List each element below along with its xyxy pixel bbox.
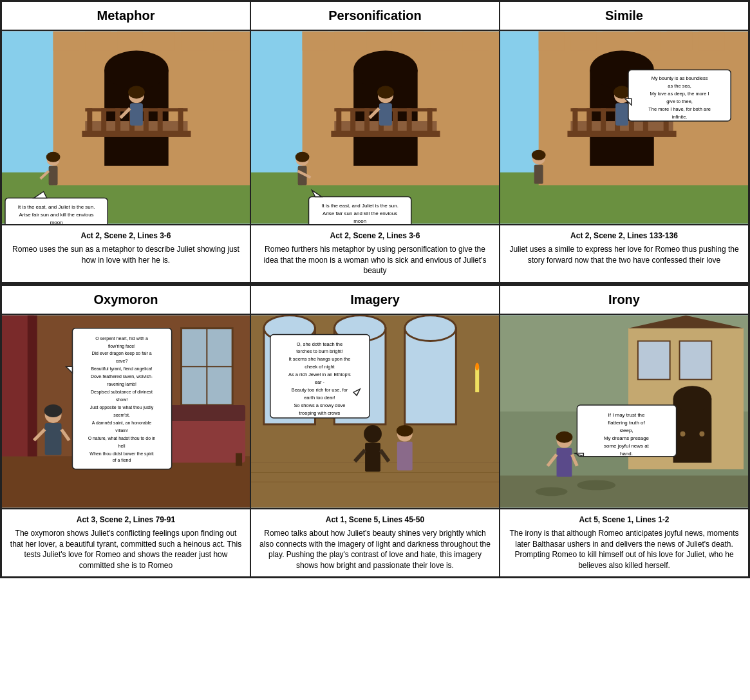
svg-text:sleep,: sleep, bbox=[619, 428, 633, 433]
svg-point-160 bbox=[364, 425, 382, 443]
svg-rect-52 bbox=[336, 108, 341, 131]
svg-rect-90 bbox=[572, 108, 577, 131]
svg-text:trooping with crows: trooping with crows bbox=[299, 410, 341, 416]
svg-point-26 bbox=[46, 152, 61, 162]
caption-metaphor: Act 2, Scene 2, Lines 3-6 Romeo uses the… bbox=[2, 224, 250, 282]
header-irony: Irony bbox=[500, 286, 748, 315]
svg-rect-122 bbox=[28, 316, 37, 457]
svg-rect-80 bbox=[570, 32, 596, 51]
caption-oxymoron: Act 3, Scene 2, Lines 79-91 The oxymoron… bbox=[2, 508, 250, 576]
svg-rect-14 bbox=[87, 108, 92, 131]
svg-text:As a rich Jewel in an Ethiop's: As a rich Jewel in an Ethiop's bbox=[288, 372, 351, 377]
svg-rect-45 bbox=[431, 32, 456, 51]
svg-text:seem'st.: seem'st. bbox=[113, 413, 130, 417]
svg-rect-44 bbox=[398, 32, 424, 51]
svg-rect-27 bbox=[49, 166, 58, 185]
svg-rect-15 bbox=[101, 108, 106, 131]
svg-rect-53 bbox=[350, 108, 355, 131]
svg-point-60 bbox=[377, 86, 394, 99]
image-imagery: O, she doth teach the torches to burn br… bbox=[251, 315, 499, 508]
svg-text:So shows a snowy dove: So shows a snowy dove bbox=[294, 402, 345, 408]
svg-text:It is the east, and Juliet is : It is the east, and Juliet is the sun. bbox=[18, 204, 95, 210]
svg-text:Just opposite to what thou jus: Just opposite to what thou justly bbox=[90, 405, 154, 410]
svg-rect-79 bbox=[539, 32, 565, 51]
svg-rect-16 bbox=[115, 108, 120, 131]
header-oxymoron: Oxymoron bbox=[2, 286, 250, 315]
cell-personification: Personification bbox=[250, 1, 500, 283]
svg-point-190 bbox=[577, 480, 615, 490]
svg-rect-12 bbox=[82, 131, 191, 137]
svg-point-186 bbox=[699, 431, 704, 437]
svg-text:It seems she hangs upon the: It seems she hangs upon the bbox=[289, 356, 351, 362]
svg-text:A damnèd saint, an honorable: A damnèd saint, an honorable bbox=[92, 421, 152, 425]
cell-metaphor: Metaphor bbox=[1, 1, 250, 283]
svg-text:O, she doth teach the: O, she doth teach the bbox=[297, 341, 342, 347]
svg-rect-5 bbox=[117, 32, 143, 51]
svg-point-193 bbox=[556, 431, 573, 443]
cell-oxymoron: Oxymoron bbox=[1, 285, 250, 577]
svg-point-191 bbox=[536, 487, 568, 496]
header-metaphor: Metaphor bbox=[2, 2, 250, 31]
svg-rect-4 bbox=[85, 32, 111, 51]
svg-point-22 bbox=[128, 86, 145, 99]
svg-rect-99 bbox=[615, 103, 628, 126]
svg-text:earth too dear!: earth too dear! bbox=[304, 395, 335, 401]
header-personification: Personification bbox=[251, 2, 499, 31]
svg-rect-8 bbox=[213, 32, 239, 51]
svg-rect-83 bbox=[667, 32, 693, 51]
svg-rect-58 bbox=[427, 108, 433, 131]
svg-rect-7 bbox=[182, 32, 207, 51]
svg-text:flattering truth of: flattering truth of bbox=[608, 420, 645, 426]
main-grid: Metaphor bbox=[0, 0, 750, 578]
svg-rect-194 bbox=[557, 448, 572, 477]
svg-rect-57 bbox=[407, 108, 412, 131]
svg-text:villain!: villain! bbox=[115, 428, 127, 433]
svg-text:hand.: hand. bbox=[620, 451, 633, 457]
svg-text:moon: moon bbox=[50, 220, 63, 224]
header-imagery: Imagery bbox=[251, 286, 499, 315]
svg-rect-125 bbox=[45, 423, 62, 455]
svg-text:O nature, what hadst thou to d: O nature, what hadst thou to do in bbox=[88, 436, 156, 440]
svg-text:Did ever dragon keep so fair a: Did ever dragon keep so fair a bbox=[91, 351, 151, 356]
svg-point-185 bbox=[680, 431, 686, 437]
cell-imagery: Imagery bbox=[250, 285, 500, 577]
svg-text:moon: moon bbox=[353, 218, 366, 224]
image-metaphor: It is the east, and Juliet is the sun. A… bbox=[2, 31, 250, 224]
svg-point-184 bbox=[673, 386, 712, 411]
image-irony: If I may trust the flattering truth of s… bbox=[500, 315, 748, 508]
svg-rect-6 bbox=[149, 32, 175, 51]
svg-rect-50 bbox=[331, 131, 440, 137]
caption-imagery: Act 1, Scene 5, Lines 45-50 Romeo talks … bbox=[251, 508, 499, 576]
caption-simile: Act 2, Scene 2, Lines 133-136 Juliet use… bbox=[500, 224, 748, 282]
svg-rect-3 bbox=[53, 32, 79, 51]
svg-text:as the sea,: as the sea, bbox=[668, 83, 691, 89]
svg-point-124 bbox=[44, 404, 62, 417]
svg-rect-46 bbox=[462, 32, 488, 51]
svg-text:Despised substance of divinest: Despised substance of divinest bbox=[91, 390, 153, 395]
svg-text:It is the east, and Juliet is : It is the east, and Juliet is the sun. bbox=[321, 203, 398, 209]
svg-point-159 bbox=[475, 363, 479, 370]
svg-text:of a fiend: of a fiend bbox=[113, 458, 131, 462]
header-simile: Simile bbox=[500, 2, 748, 31]
svg-text:My love as deep, the more I: My love as deep, the more I bbox=[650, 91, 709, 97]
svg-rect-82 bbox=[635, 32, 661, 51]
svg-point-101 bbox=[532, 150, 546, 160]
svg-text:give to thee,: give to thee, bbox=[666, 99, 693, 104]
svg-text:Arise fair sun and kill the en: Arise fair sun and kill the envious bbox=[19, 212, 94, 218]
svg-text:some joyful news at: some joyful news at bbox=[604, 443, 649, 449]
svg-rect-19 bbox=[158, 108, 163, 131]
svg-text:cave?: cave? bbox=[116, 359, 128, 363]
image-simile: My bounty is as boundless as the sea, My… bbox=[500, 31, 748, 224]
svg-text:cheek of night: cheek of night bbox=[305, 364, 335, 370]
svg-rect-187 bbox=[638, 341, 670, 380]
svg-point-10 bbox=[104, 51, 168, 90]
svg-rect-88 bbox=[567, 131, 676, 137]
svg-rect-43 bbox=[366, 32, 392, 51]
svg-rect-92 bbox=[601, 108, 606, 131]
svg-rect-54 bbox=[364, 108, 370, 131]
svg-rect-161 bbox=[365, 443, 380, 472]
svg-rect-156 bbox=[405, 328, 456, 424]
svg-point-48 bbox=[353, 51, 417, 90]
svg-text:infinite.: infinite. bbox=[672, 114, 688, 120]
svg-text:If I may trust the: If I may trust the bbox=[608, 412, 645, 418]
